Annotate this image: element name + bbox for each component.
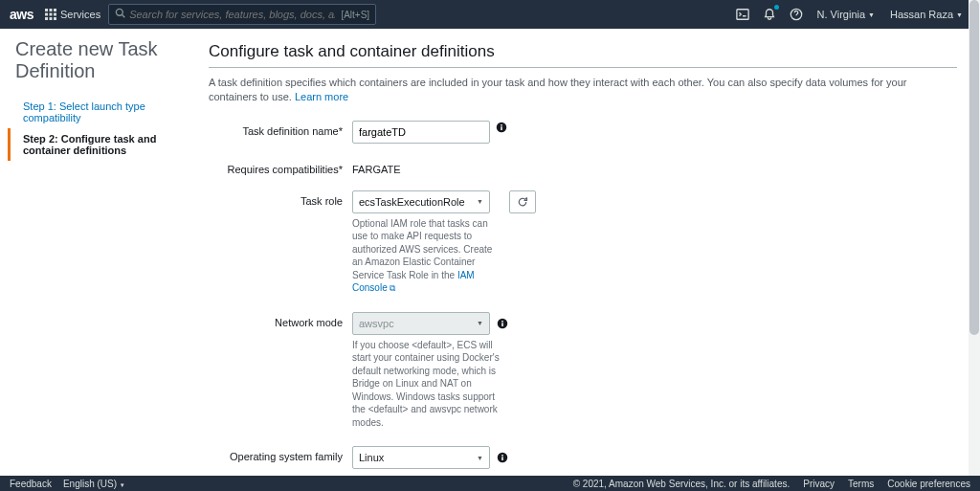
- svg-rect-10: [736, 10, 747, 20]
- chevron-down-icon: ▼: [868, 11, 875, 18]
- svg-rect-4: [49, 13, 52, 16]
- language-selector[interactable]: English (US) ▼: [63, 479, 125, 489]
- label-network-mode: Network mode: [209, 312, 352, 430]
- aws-logo[interactable]: aws: [10, 7, 33, 22]
- page-scrollbar[interactable]: [969, 0, 980, 476]
- value-compat: FARGATE: [352, 159, 401, 175]
- terms-link[interactable]: Terms: [848, 479, 874, 489]
- help-task-role: Optional IAM role that tasks can use to …: [352, 217, 501, 295]
- svg-rect-5: [54, 13, 56, 16]
- notifications-icon[interactable]: [762, 7, 777, 22]
- top-nav: aws Services [Alt+S] N. Virginia ▼ Hassa…: [0, 0, 980, 29]
- section-title: Configure task and container definitions: [209, 42, 957, 68]
- feedback-link[interactable]: Feedback: [10, 479, 52, 489]
- field-compat: Requires compatibilities* FARGATE: [209, 159, 957, 175]
- grid-icon: [45, 9, 56, 20]
- wizard-sidebar: Create new Task Definition Step 1: Selec…: [0, 29, 199, 477]
- input-task-name[interactable]: [352, 121, 490, 144]
- info-icon[interactable]: [496, 451, 509, 464]
- external-link-icon: ⧉: [390, 283, 395, 293]
- main-area: Create new Task Definition Step 1: Selec…: [0, 29, 980, 477]
- help-icon[interactable]: [789, 7, 804, 22]
- services-label: Services: [60, 9, 100, 20]
- content-panel: Configure task and container definitions…: [199, 29, 980, 477]
- footer-bar: Feedback English (US) ▼ © 2021, Amazon W…: [0, 476, 980, 491]
- scrollbar-thumb[interactable]: [969, 0, 979, 335]
- page-title: Create new Task Definition: [15, 38, 199, 82]
- cookie-link[interactable]: Cookie preferences: [887, 479, 970, 489]
- notification-dot: [774, 5, 779, 10]
- cloudshell-icon[interactable]: [735, 7, 750, 22]
- section-description: A task definition specifies which contai…: [209, 76, 957, 105]
- help-network-mode: If you choose <default>, ECS will start …: [352, 339, 501, 430]
- svg-rect-1: [49, 9, 52, 11]
- chevron-down-icon: ▼: [956, 11, 963, 18]
- field-network-mode: Network mode awsvpc If you choose <defau…: [209, 312, 957, 430]
- label-task-name: Task definition name*: [209, 121, 352, 144]
- field-task-name: Task definition name*: [209, 121, 957, 144]
- svg-rect-3: [45, 13, 48, 16]
- refresh-button[interactable]: [509, 190, 536, 213]
- region-selector[interactable]: N. Virginia ▼: [817, 9, 875, 20]
- account-menu[interactable]: Hassan Raza ▼: [890, 9, 963, 20]
- svg-rect-6: [45, 17, 48, 20]
- label-compat: Requires compatibilities*: [209, 159, 352, 175]
- wizard-step-1[interactable]: Step 1: Select launch type compatibility: [15, 96, 199, 128]
- search-shortcut: [Alt+S]: [341, 10, 369, 20]
- wizard-step-2[interactable]: Step 2: Configure task and container def…: [8, 128, 199, 161]
- svg-rect-0: [45, 9, 48, 11]
- select-os-family[interactable]: Linux: [352, 446, 490, 469]
- search-icon: [115, 8, 125, 21]
- svg-rect-2: [54, 9, 56, 11]
- select-task-role[interactable]: ecsTaskExecutionRole: [352, 190, 490, 213]
- services-menu[interactable]: Services: [45, 9, 100, 20]
- field-os-family: Operating system family Linux: [209, 446, 957, 469]
- svg-point-9: [117, 9, 123, 15]
- svg-rect-8: [54, 17, 56, 20]
- search-box[interactable]: [Alt+S]: [108, 4, 376, 25]
- select-network-mode: awsvpc: [352, 312, 490, 335]
- field-task-role: Task role ecsTaskExecutionRole Optional …: [209, 190, 957, 295]
- learn-more-link[interactable]: Learn more: [295, 91, 348, 102]
- chevron-down-icon: ▼: [120, 482, 125, 488]
- label-task-role: Task role: [209, 190, 352, 295]
- label-os-family: Operating system family: [209, 446, 352, 469]
- info-icon[interactable]: [496, 121, 507, 134]
- svg-rect-7: [49, 17, 52, 20]
- privacy-link[interactable]: Privacy: [803, 479, 835, 489]
- info-icon[interactable]: [496, 317, 509, 330]
- search-input[interactable]: [129, 9, 335, 20]
- copyright: © 2021, Amazon Web Services, Inc. or its…: [573, 479, 791, 489]
